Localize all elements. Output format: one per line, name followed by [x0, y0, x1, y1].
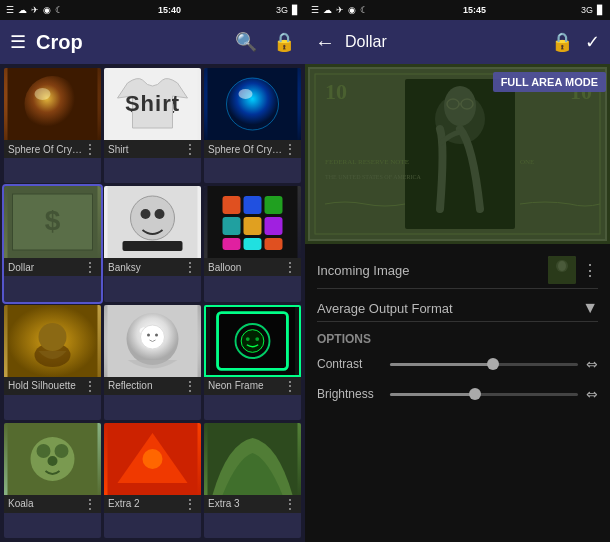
- grid-item-dollar[interactable]: $ Dollar ⋮: [4, 186, 101, 301]
- item-menu-neon[interactable]: ⋮: [283, 379, 297, 393]
- left-panel: ☰ ☁ ✈ ◉ ☾ 15:40 3G ▊ ☰ Crop 🔍 🔒: [0, 0, 305, 542]
- svg-point-41: [246, 337, 250, 341]
- item-menu-shirt[interactable]: ⋮: [183, 142, 197, 156]
- left-status-right: 3G ▊: [276, 5, 299, 15]
- svg-rect-26: [244, 238, 262, 250]
- grid-item-shirt[interactable]: Shirt Shirt ⋮: [104, 68, 201, 183]
- right-status-icons: ☰ ☁ ✈ ◉ ☾: [311, 5, 368, 15]
- format-dropdown-icon[interactable]: ▼: [582, 299, 598, 317]
- contrast-label: Contrast: [317, 357, 382, 371]
- right-check-icon[interactable]: ✓: [585, 31, 600, 53]
- item-menu-banksy[interactable]: ⋮: [183, 260, 197, 274]
- svg-point-45: [37, 444, 51, 458]
- grid-item-sphere-crystal[interactable]: Sphere Of Crystal ⋮: [4, 68, 101, 183]
- svg-point-7: [239, 89, 253, 99]
- options-header: OPTIONS: [317, 332, 598, 346]
- grid-item-banksy[interactable]: Banksy ⋮: [104, 186, 201, 301]
- svg-rect-17: [123, 241, 183, 251]
- thumb-dollar: $: [4, 186, 101, 258]
- grid-item-extra2[interactable]: Extra 2 ⋮: [104, 423, 201, 538]
- item-label-dollar: Dollar ⋮: [4, 258, 101, 276]
- full-area-badge[interactable]: FULL AREA MODE: [493, 72, 606, 92]
- right-panel: ☰ ☁ ✈ ◉ ☾ 15:45 3G ▊ ← Dollar 🔒 ✓ 10: [305, 0, 610, 542]
- hamburger-icon[interactable]: ☰: [10, 31, 26, 53]
- back-button[interactable]: ←: [315, 31, 335, 54]
- contrast-arrows: ⇔: [586, 356, 598, 372]
- item-menu-sphere-crystal[interactable]: ⋮: [83, 142, 97, 156]
- app-title: Crop: [36, 31, 225, 54]
- grid-item-koala[interactable]: Koala ⋮: [4, 423, 101, 538]
- svg-point-1: [25, 76, 81, 132]
- format-label: Average Output Format: [317, 301, 453, 316]
- right-lock-icon[interactable]: 🔒: [551, 31, 573, 53]
- grid-item-balloon[interactable]: Balloon ⋮: [204, 186, 301, 301]
- svg-point-40: [241, 329, 264, 352]
- brightness-row: Brightness ⇔: [317, 382, 598, 406]
- incoming-image-label: Incoming Image: [317, 263, 410, 278]
- thumb-sphere-crystal: [4, 68, 101, 140]
- thumb-sphere3: [204, 68, 301, 140]
- svg-point-30: [39, 323, 67, 351]
- svg-point-16: [155, 209, 165, 219]
- svg-rect-27: [265, 238, 283, 250]
- item-label-hold: Hold Silhouette ⋮: [4, 377, 101, 395]
- brightness-arrows: ⇔: [586, 386, 598, 402]
- item-menu-reflection[interactable]: ⋮: [183, 379, 197, 393]
- svg-point-15: [141, 209, 151, 219]
- contrast-thumb[interactable]: [487, 358, 499, 370]
- grid-item-extra3[interactable]: Extra 3 ⋮: [204, 423, 301, 538]
- search-icon[interactable]: 🔍: [235, 31, 257, 53]
- right-status-right: 3G ▊: [581, 5, 604, 15]
- thumb-shirt: Shirt: [104, 68, 201, 140]
- item-menu-extra2[interactable]: ⋮: [183, 497, 197, 511]
- lock-icon[interactable]: 🔒: [273, 31, 295, 53]
- item-menu-koala[interactable]: ⋮: [83, 497, 97, 511]
- svg-rect-21: [265, 196, 283, 214]
- left-status-bar: ☰ ☁ ✈ ◉ ☾ 15:40 3G ▊: [0, 0, 305, 20]
- svg-rect-3: [108, 68, 198, 140]
- right-clock: 15:45: [463, 5, 486, 15]
- svg-text:Shirt: Shirt: [130, 95, 177, 117]
- thumb-koala: [4, 423, 101, 495]
- right-status-bar: ☰ ☁ ✈ ◉ ☾ 15:45 3G ▊: [305, 0, 610, 20]
- svg-point-46: [55, 444, 69, 458]
- grid-item-neon[interactable]: Neon Frame ⋮: [204, 305, 301, 420]
- thumb-extra3: [204, 423, 301, 495]
- svg-point-2: [35, 88, 51, 100]
- right-content: Incoming Image ⋮ Average Output Format ▼…: [305, 244, 610, 542]
- svg-text:THE UNITED STATES OF AMERICA: THE UNITED STATES OF AMERICA: [325, 174, 422, 180]
- item-menu-extra3[interactable]: ⋮: [283, 497, 297, 511]
- thumb-reflection: [104, 305, 201, 377]
- brightness-slider[interactable]: [390, 393, 578, 396]
- brightness-thumb[interactable]: [469, 388, 481, 400]
- item-menu-balloon[interactable]: ⋮: [283, 260, 297, 274]
- item-menu-hold[interactable]: ⋮: [83, 379, 97, 393]
- svg-rect-20: [244, 196, 262, 214]
- right-toolbar: ← Dollar 🔒 ✓: [305, 20, 610, 64]
- svg-point-67: [558, 261, 566, 271]
- svg-text:ONE: ONE: [520, 158, 534, 166]
- grid-item-hold[interactable]: Hold Silhouette ⋮: [4, 305, 101, 420]
- svg-rect-22: [223, 217, 241, 235]
- brightness-fill: [390, 393, 475, 396]
- svg-rect-25: [223, 238, 241, 250]
- incoming-image-row: Incoming Image ⋮: [317, 252, 598, 289]
- item-menu-dollar[interactable]: ⋮: [83, 260, 97, 274]
- contrast-slider[interactable]: [390, 363, 578, 366]
- svg-point-35: [147, 333, 150, 336]
- svg-text:10: 10: [325, 79, 347, 104]
- incoming-menu-icon[interactable]: ⋮: [582, 261, 598, 280]
- svg-point-47: [48, 456, 58, 466]
- item-label-shirt: Shirt ⋮: [104, 140, 201, 158]
- svg-point-58: [444, 86, 476, 126]
- grid-item-reflection[interactable]: Reflection ⋮: [104, 305, 201, 420]
- svg-point-42: [255, 337, 259, 341]
- toolbar-icons: 🔍 🔒: [235, 31, 295, 53]
- item-menu-sphere3[interactable]: ⋮: [283, 142, 297, 156]
- thumb-hold: [4, 305, 101, 377]
- grid-item-sphere3[interactable]: Sphere Of Crystal 3 ⋮: [204, 68, 301, 183]
- image-grid: Sphere Of Crystal ⋮ Shirt Shirt ⋮: [0, 64, 305, 542]
- right-title: Dollar: [345, 33, 541, 51]
- item-label-koala: Koala ⋮: [4, 495, 101, 513]
- thumb-neon: [204, 305, 301, 377]
